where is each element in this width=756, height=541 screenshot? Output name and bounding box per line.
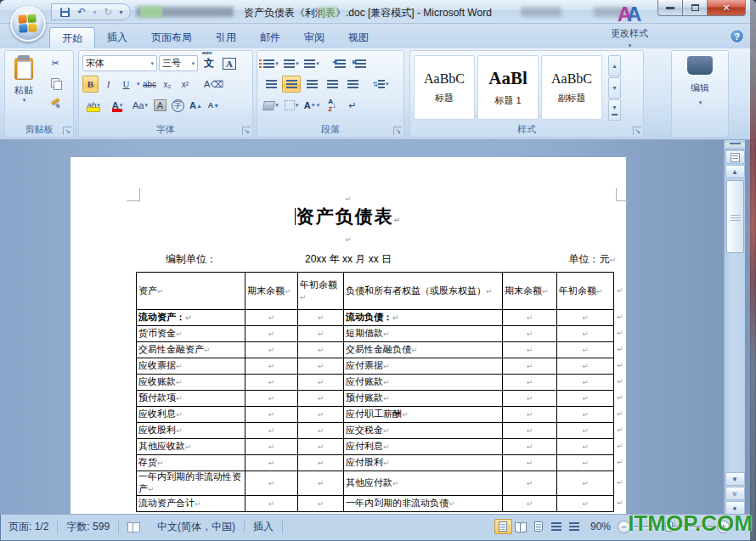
style-card-2[interactable]: AaBbC副标题 xyxy=(541,55,602,120)
tab-4[interactable]: 邮件 xyxy=(248,27,292,48)
maximize-button[interactable] xyxy=(683,0,707,16)
font-name-combo[interactable]: 宋体▾ xyxy=(82,55,157,71)
align-right-button[interactable] xyxy=(302,76,321,93)
table-cell-label[interactable]: 交易性金融负债↵ xyxy=(344,342,503,358)
table-cell-empty[interactable]: ↵ xyxy=(298,439,344,455)
table-row[interactable]: 应收账款↵↵↵应付账款↵↵↵↵ xyxy=(137,375,626,391)
table-cell-empty[interactable]: ↵ xyxy=(245,471,298,496)
table-cell-empty[interactable]: ↵ xyxy=(503,342,557,358)
balance-sheet-table[interactable]: 资产↵期末余额↵年初余额↵负债和所有者权益（或股东权益）↵期末余额↵年初余额↵↵… xyxy=(136,272,626,512)
table-row[interactable]: 流动资产合计↵↵↵一年内到期的非流动负债↵↵↵↵ xyxy=(137,495,626,511)
grow-font-button[interactable]: A▲ xyxy=(188,97,204,114)
proofing-status-icon[interactable] xyxy=(119,518,149,535)
table-cell-empty[interactable]: ↵ xyxy=(245,407,298,423)
table-cell-empty[interactable]: ↵ xyxy=(503,495,557,511)
zoom-out-button[interactable]: − xyxy=(618,521,630,533)
table-cell-label[interactable]: 应收票据↵ xyxy=(137,358,245,375)
table-cell-empty[interactable]: ↵ xyxy=(503,471,557,496)
table-cell-label[interactable]: 应付账款↵ xyxy=(344,375,503,391)
table-cell-empty[interactable]: ↵ xyxy=(503,375,557,391)
zoom-slider-thumb[interactable] xyxy=(665,521,673,532)
table-cell-empty[interactable]: ↵ xyxy=(245,439,298,455)
table-cell-empty[interactable]: ↵ xyxy=(557,326,614,342)
table-cell-label[interactable]: 流动资产合计↵ xyxy=(137,495,245,511)
table-cell-label[interactable]: 应付票据↵ xyxy=(344,358,503,375)
table-cell-empty[interactable]: ↵ xyxy=(557,375,614,391)
previous-page-button[interactable]: « xyxy=(725,487,745,500)
table-cell-empty[interactable]: ↵ xyxy=(557,471,614,496)
copy-button[interactable] xyxy=(44,75,66,92)
styles-dialog-launcher[interactable]: ↘ xyxy=(633,127,641,135)
scroll-down-icon[interactable]: ▼ xyxy=(725,472,745,486)
table-cell-label[interactable]: 预付账款↵ xyxy=(344,391,503,407)
outline-view-button[interactable] xyxy=(548,519,566,534)
bullets-button[interactable]: ▾ xyxy=(262,55,280,72)
table-cell-label[interactable]: 交易性金融资产↵ xyxy=(137,342,245,358)
redo-icon[interactable]: ↻ xyxy=(100,5,116,19)
table-cell-empty[interactable]: ↵ xyxy=(557,495,614,511)
clear-formatting-button[interactable]: A⌫ xyxy=(203,76,225,93)
table-cell-empty[interactable]: ↵ xyxy=(245,391,298,407)
scrollbar-thumb[interactable] xyxy=(726,180,744,253)
table-cell-empty[interactable]: ↵ xyxy=(503,326,557,342)
increase-indent-button[interactable]: ▶ xyxy=(351,55,370,72)
asian-layout-button[interactable]: A✦▾ xyxy=(302,97,321,114)
table-cell-empty[interactable]: ↵ xyxy=(298,358,344,375)
shrink-font-button[interactable]: A▼ xyxy=(206,97,222,114)
undo-dropdown-icon[interactable]: ▾ xyxy=(91,5,99,19)
enclose-characters-button[interactable]: 字 xyxy=(170,97,186,114)
close-button[interactable]: ✕ xyxy=(707,0,746,16)
text-highlight-button[interactable]: ab▾ xyxy=(82,97,104,114)
zoom-slider[interactable] xyxy=(635,520,713,533)
table-cell-empty[interactable]: ↵ xyxy=(298,391,344,407)
numbering-button[interactable]: ▾ xyxy=(282,55,301,72)
table-cell-label[interactable]: 其他应付款↵ xyxy=(344,471,503,496)
table-cell-empty[interactable]: ↵ xyxy=(298,407,344,423)
table-cell-empty[interactable]: ↵ xyxy=(245,358,298,375)
phonetic-guide-button[interactable]: 文 xyxy=(200,55,218,71)
borders-button[interactable]: ▾ xyxy=(282,97,301,114)
table-cell-empty[interactable]: ↵ xyxy=(245,495,298,511)
font-dialog-launcher[interactable]: ↘ xyxy=(242,127,251,135)
table-row[interactable]: 存货↵↵↵应付股利↵↵↵↵ xyxy=(137,455,626,471)
table-cell-label[interactable]: 应付职工薪酬↵ xyxy=(344,407,503,423)
character-border-button[interactable]: A xyxy=(220,55,239,71)
table-cell-empty[interactable]: ↵ xyxy=(503,310,557,326)
split-handle[interactable] xyxy=(725,143,745,149)
word-count[interactable]: 字数: 599 xyxy=(58,518,118,535)
tab-5[interactable]: 审阅 xyxy=(292,27,336,48)
decrease-indent-button[interactable]: ◀ xyxy=(330,55,349,72)
sort-button[interactable]: AZ↓ xyxy=(323,97,341,114)
table-cell-empty[interactable]: ↵ xyxy=(557,423,614,439)
table-row[interactable]: 应收票据↵↵↵应付票据↵↵↵↵ xyxy=(137,358,626,375)
justify-button[interactable] xyxy=(323,76,341,93)
strikethrough-button[interactable]: abc xyxy=(142,76,158,93)
table-cell-label[interactable]: 流动资产：↵ xyxy=(137,310,245,326)
scrollbar-track[interactable] xyxy=(725,255,745,471)
table-cell-empty[interactable]: ↵ xyxy=(298,495,344,511)
table-cell-empty[interactable]: ↵ xyxy=(557,407,614,423)
table-cell-label[interactable]: 存货↵ xyxy=(137,455,245,471)
format-painter-button[interactable] xyxy=(44,95,66,112)
tab-3[interactable]: 引用 xyxy=(204,27,248,48)
table-cell-label[interactable]: 其他应收款↵ xyxy=(137,439,245,455)
table-cell-empty[interactable]: ↵ xyxy=(557,342,614,358)
minimize-button[interactable] xyxy=(657,0,683,16)
language-indicator[interactable]: 中文(简体，中国) xyxy=(149,518,244,535)
table-cell-empty[interactable]: ↵ xyxy=(503,358,557,375)
table-cell-empty[interactable]: ↵ xyxy=(503,455,557,471)
tab-2[interactable]: 页面布局 xyxy=(139,27,204,48)
paste-button[interactable]: 粘贴 ▾ xyxy=(8,54,39,122)
table-cell-empty[interactable]: ↵ xyxy=(557,439,614,455)
table-row[interactable]: 其他应收款↵↵↵应付利息↵↵↵↵ xyxy=(137,439,626,455)
style-card-1[interactable]: AaBl标题 1 xyxy=(477,55,539,120)
italic-button[interactable]: I xyxy=(100,76,116,93)
qat-customize-icon[interactable]: ▾ xyxy=(117,5,125,19)
undo-icon[interactable]: ↶ xyxy=(74,5,89,19)
table-cell-empty[interactable]: ↵ xyxy=(245,342,298,358)
ruler-toggle-button[interactable] xyxy=(725,150,745,164)
paragraph-dialog-launcher[interactable]: ↘ xyxy=(393,127,402,135)
office-button[interactable] xyxy=(10,6,46,42)
table-row[interactable]: 应收股利↵↵↵应交税金↵↵↵↵ xyxy=(137,423,626,439)
table-cell-empty[interactable]: ↵ xyxy=(298,310,344,326)
